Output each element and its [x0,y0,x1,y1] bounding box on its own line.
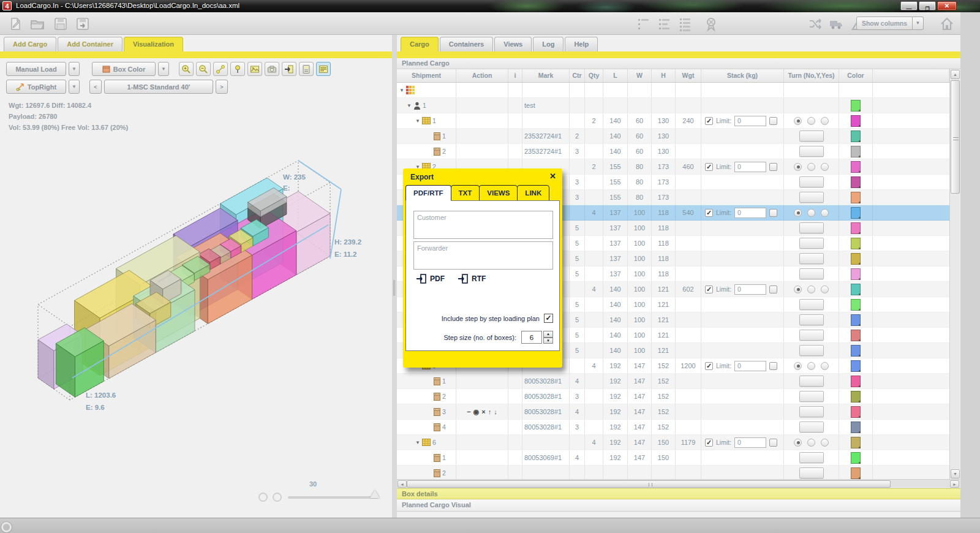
col-header-turn-no-y-yes-[interactable]: Turn (No,Y,Yes) [784,69,839,82]
turn-button[interactable] [799,376,824,387]
horizontal-scrollbar[interactable]: ◄ ► [397,479,960,488]
measure-icon[interactable] [213,62,228,76]
limit-input[interactable] [734,162,766,172]
color-swatch[interactable] [851,421,861,433]
action-move-up-icon[interactable]: ↑ [488,408,492,415]
table-row-root[interactable]: ▼ [397,83,949,98]
turn-button[interactable] [799,222,824,233]
turn-no-radio[interactable] [794,117,802,125]
vertical-scrollbar[interactable]: ▲ ▼ [949,69,960,479]
color-swatch[interactable] [851,100,861,112]
manual-load-dropdown[interactable]: Manual Load [6,62,66,76]
turn-yes-radio[interactable] [821,209,829,217]
view-preset-dropdown[interactable]: TopRight [6,80,66,94]
close-button[interactable]: ✕ [937,1,957,10]
turn-y-radio[interactable] [807,209,815,217]
stack-option-checkbox[interactable] [769,362,777,370]
box-color-dropdown[interactable]: Box Color [92,62,156,76]
list-view-2-icon[interactable] [657,16,673,32]
expand-arrow-icon[interactable]: ▼ [399,88,404,93]
turn-button[interactable] [799,130,824,142]
customer-field[interactable] [413,211,553,239]
tab-add-cargo[interactable]: Add Cargo [4,37,56,51]
report-icon[interactable] [316,62,331,76]
box-details-bar[interactable]: Box details [397,488,960,499]
color-swatch[interactable] [851,146,861,157]
color-swatch[interactable] [851,406,861,418]
tab-views[interactable]: Views [494,37,532,51]
color-swatch[interactable] [851,130,861,142]
box-color-arrow[interactable]: ▼ [158,62,169,76]
turn-button[interactable] [799,391,824,402]
stack-checkbox[interactable]: ✓ [705,439,713,447]
planned-cargo-visual-bar[interactable]: Planned Cargo Visual [397,500,960,512]
stack-checkbox[interactable]: ✓ [705,117,713,125]
turn-button[interactable] [799,268,824,279]
panel-splitter[interactable] [392,35,397,518]
table-row-leaf[interactable]: 180053069#14192147150 [397,450,949,466]
pin-icon[interactable] [230,62,245,76]
vertical-scroll-thumb[interactable] [951,80,960,194]
scroll-up-icon[interactable]: ▲ [951,70,960,79]
col-header-qty[interactable]: Qty [585,69,603,82]
save-as-icon[interactable] [75,16,91,32]
col-header-action[interactable]: Action [456,69,508,82]
dialog-tab-link[interactable]: LINK [517,185,549,201]
color-swatch[interactable] [851,345,861,357]
maximize-button[interactable]: ❐ [919,1,936,10]
tab-log[interactable]: Log [533,37,564,51]
list-view-1-icon[interactable] [636,16,652,32]
export-rtf-button[interactable]: RTF [458,273,486,284]
col-header-h[interactable]: H [652,69,676,82]
color-swatch[interactable] [851,314,861,326]
color-swatch[interactable] [851,161,861,173]
open-file-icon[interactable] [29,16,45,32]
col-header-l[interactable]: L [603,69,628,82]
view-preset-arrow[interactable]: ▼ [69,80,80,94]
dialog-close-icon[interactable]: ✕ [549,172,556,181]
step-slider-track[interactable] [288,496,379,499]
turn-y-radio[interactable] [807,439,815,447]
tab-cargo[interactable]: Cargo [401,37,439,51]
list-view-3-icon[interactable] [677,16,693,32]
tab-add-container[interactable]: Add Container [58,37,123,51]
container-selector[interactable]: 1-MSC Standard 40' [104,80,213,94]
turn-button[interactable] [799,467,824,478]
step-size-input[interactable] [521,331,542,344]
turn-button[interactable] [799,452,824,463]
stack-option-checkbox[interactable] [769,439,777,447]
table-row-leaf[interactable]: 223532724#1314060130 [397,144,949,159]
dialog-tab-pdf-rtf[interactable]: PDF/RTF [405,185,451,201]
table-row-leaf[interactable]: 3−◉×↑↓80053028#14192147152 [397,404,949,420]
turn-button[interactable] [799,253,824,264]
forwarder-field[interactable] [413,241,553,270]
step-slider-handle[interactable] [370,490,380,498]
scroll-left-icon[interactable]: ◄ [398,480,407,488]
color-swatch[interactable] [851,284,861,295]
action-eye-icon[interactable]: ◉ [473,408,480,416]
stack-option-checkbox[interactable] [769,117,777,125]
include-step-checkbox[interactable]: ✓ [544,314,553,323]
limit-input[interactable] [734,437,766,448]
expand-arrow-icon[interactable]: ▼ [415,118,420,124]
home-icon[interactable] [939,16,955,32]
step-down-icon[interactable]: ▼ [543,338,553,344]
turn-yes-radio[interactable] [821,285,829,293]
next-container-button[interactable]: > [216,80,228,94]
slider-option-1[interactable] [258,493,268,502]
minimize-button[interactable]: — [900,1,918,10]
scroll-down-icon[interactable]: ▼ [951,469,960,478]
stack-checkbox[interactable]: ✓ [705,285,713,293]
camera-icon[interactable] [265,62,279,76]
turn-button[interactable] [799,192,824,203]
slider-option-2[interactable] [273,493,282,502]
stack-checkbox[interactable]: ✓ [705,362,713,370]
color-swatch[interactable] [851,115,861,127]
image-icon[interactable] [247,62,262,76]
limit-input[interactable] [734,116,766,126]
stack-option-checkbox[interactable] [769,285,777,293]
dialog-tab-txt[interactable]: TXT [451,185,480,201]
turn-y-radio[interactable] [807,285,815,293]
turn-yes-radio[interactable] [821,117,829,125]
truck-icon[interactable] [828,16,844,32]
